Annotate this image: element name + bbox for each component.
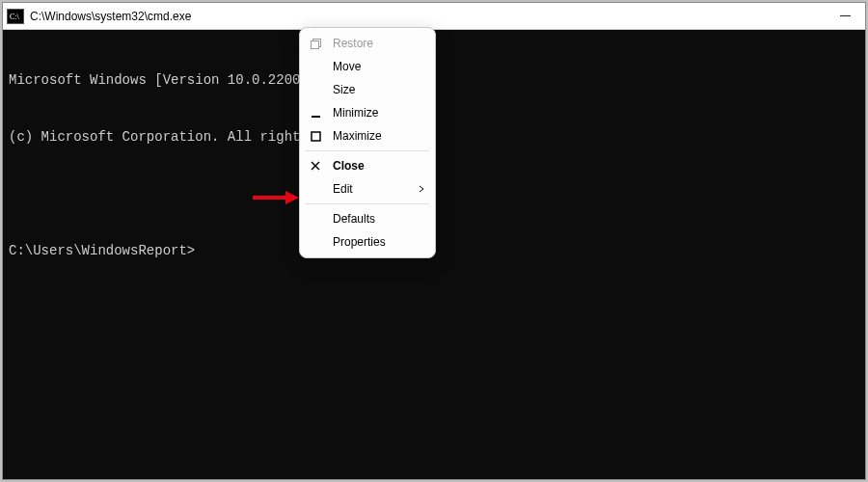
window-controls — [838, 10, 861, 23]
menu-restore: Restore — [300, 32, 435, 55]
svg-rect-3 — [311, 40, 318, 48]
menu-size[interactable]: Size — [300, 78, 435, 101]
menu-label: Move — [333, 60, 425, 73]
system-context-menu: Restore Move Size Minimize Maximize Clos… — [299, 27, 436, 258]
menu-label: Size — [333, 83, 425, 96]
menu-maximize[interactable]: Maximize — [300, 124, 435, 147]
menu-label: Properties — [333, 235, 425, 249]
menu-label: Close — [333, 159, 425, 173]
svg-rect-5 — [312, 132, 320, 141]
menu-properties[interactable]: Properties — [300, 230, 435, 254]
close-icon — [308, 158, 323, 174]
restore-icon — [308, 36, 323, 51]
blank-icon — [308, 234, 323, 250]
blank-icon — [308, 211, 323, 227]
menu-defaults[interactable]: Defaults — [300, 207, 435, 230]
menu-label: Restore — [333, 37, 425, 50]
blank-icon — [308, 181, 323, 197]
svg-text:C:\: C:\ — [10, 13, 20, 21]
maximize-icon — [308, 128, 323, 144]
menu-edit[interactable]: Edit — [300, 177, 435, 201]
menu-separator — [306, 150, 429, 151]
minimize-button[interactable] — [838, 10, 852, 23]
menu-label: Maximize — [333, 129, 425, 143]
menu-label: Minimize — [333, 106, 425, 120]
minimize-icon — [308, 105, 323, 120]
menu-move[interactable]: Move — [300, 55, 435, 78]
menu-separator — [306, 203, 429, 204]
titlebar[interactable]: C:\ C:\Windows\system32\cmd.exe — [3, 3, 865, 30]
menu-label: Defaults — [333, 212, 425, 226]
cmd-icon: C:\ — [7, 9, 24, 24]
menu-close[interactable]: Close — [300, 154, 435, 177]
menu-minimize[interactable]: Minimize — [300, 101, 435, 124]
chevron-right-icon — [418, 185, 425, 193]
blank-icon — [308, 59, 323, 74]
window-title: C:\Windows\system32\cmd.exe — [30, 10, 838, 23]
menu-label: Edit — [333, 182, 418, 196]
blank-icon — [308, 82, 323, 97]
